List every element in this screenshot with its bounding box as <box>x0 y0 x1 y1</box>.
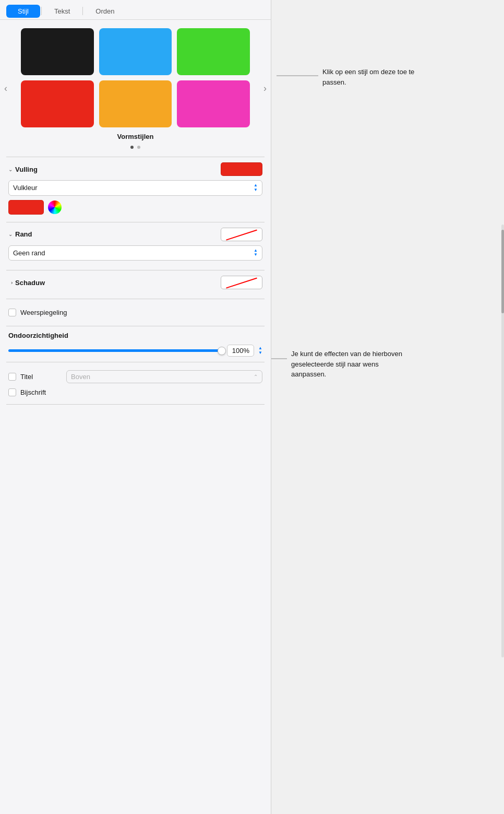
rand-header: ⌄ Rand <box>8 228 262 241</box>
vulling-color-row <box>8 200 262 215</box>
schaduw-section: ⌄ Schaduw <box>0 270 271 299</box>
opacity-slider-row: 100% ▲ ▼ <box>8 345 262 357</box>
tab-orden[interactable]: Orden <box>84 4 126 19</box>
rand-section: ⌄ Rand Geen rand ▲ ▼ <box>0 222 271 270</box>
vulling-select-row: Vulkleur ▲ ▼ <box>8 180 262 196</box>
opacity-section: Ondoorzichtigheid 100% ▲ ▼ <box>0 326 271 362</box>
next-style-button[interactable]: › <box>260 81 270 96</box>
schaduw-title: Schaduw <box>15 279 45 287</box>
weerspiegeling-label: Weerspiegeling <box>20 309 67 316</box>
weerspiegeling-section: Weerspiegeling <box>0 299 271 326</box>
rand-dropdown[interactable]: Geen rand ▲ ▼ <box>8 245 262 261</box>
bijschrift-checkbox[interactable] <box>8 388 16 396</box>
tab-tekst[interactable]: Tekst <box>43 4 81 19</box>
vulling-dropdown-label: Vulkleur <box>13 184 37 192</box>
style-swatch-black[interactable] <box>21 28 94 75</box>
title-caption-section: Titel Boven ⌃ Bijschrift <box>0 362 271 404</box>
rand-select-row: Geen rand ▲ ▼ <box>8 245 262 261</box>
annotations-panel: Klik op een stijl om deze toe te passen.… <box>271 0 504 814</box>
divider-7 <box>6 404 265 405</box>
vulling-color-swatch[interactable] <box>8 200 44 215</box>
top-annotation-text: Klik op een stijl om deze toe te passen. <box>322 67 427 87</box>
top-annotation: Klik op een stijl om deze toe te passen. <box>277 63 381 90</box>
opacity-steppers[interactable]: ▲ ▼ <box>258 346 262 356</box>
vulling-chevron-icon: ⌄ <box>8 167 13 172</box>
opacity-value-input[interactable]: 100% <box>227 345 254 357</box>
tab-bar: Stijl Tekst Orden <box>0 0 271 20</box>
title-label: Titel <box>20 373 62 381</box>
opacity-value-box: 100% ▲ ▼ <box>227 345 262 357</box>
rand-dropdown-label: Geen rand <box>13 249 45 257</box>
schaduw-chevron-icon: ⌄ <box>8 280 14 285</box>
title-checkbox[interactable] <box>8 373 16 381</box>
title-position-chevron: ⌃ <box>254 374 258 380</box>
vulling-header: ⌄ Vulling <box>8 162 262 176</box>
opacity-slider-track-container <box>8 349 222 352</box>
rand-title: Rand <box>15 230 32 238</box>
vulling-title: Vulling <box>15 166 38 173</box>
dot-2 <box>137 146 140 149</box>
bijschrift-label: Bijschrift <box>20 388 62 396</box>
style-swatch-orange[interactable] <box>99 80 172 127</box>
style-grid <box>21 28 250 127</box>
tab-stijl[interactable]: Stijl <box>6 5 40 18</box>
schaduw-color-preview[interactable] <box>221 276 262 289</box>
color-wheel-button[interactable] <box>48 200 62 214</box>
vulling-dropdown-arrows: ▲ ▼ <box>254 183 258 193</box>
rand-color-preview[interactable] <box>221 228 262 241</box>
dot-1 <box>130 146 134 149</box>
style-grid-label: Vormstijlen <box>6 133 265 140</box>
opacity-slider-thumb[interactable] <box>218 347 226 355</box>
rand-chevron-icon: ⌄ <box>8 231 13 237</box>
title-position-label: Boven <box>71 373 90 381</box>
rand-title-row: ⌄ Rand <box>8 230 32 238</box>
bottom-annotation-line-svg <box>271 356 292 361</box>
opacity-label: Ondoorzichtigheid <box>8 332 262 339</box>
opacity-slider-track[interactable] <box>8 349 222 352</box>
style-swatch-red[interactable] <box>21 80 94 127</box>
prev-style-button[interactable]: ‹ <box>1 81 10 96</box>
tab-divider-1 <box>41 7 42 15</box>
bottom-annotation-text: Je kunt de effecten van de hierboven ges… <box>291 349 406 380</box>
schaduw-header: ⌄ Schaduw <box>8 276 262 289</box>
schaduw-title-row: ⌄ Schaduw <box>8 279 45 287</box>
weerspiegeling-row: Weerspiegeling <box>8 304 262 321</box>
style-swatch-pink[interactable] <box>177 80 250 127</box>
vulling-dropdown[interactable]: Vulkleur ▲ ▼ <box>8 180 262 196</box>
bottom-annotation: Je kunt de effecten van de hierboven ges… <box>271 355 292 363</box>
rand-dropdown-arrows: ▲ ▼ <box>254 249 258 258</box>
vulling-color-preview[interactable] <box>221 162 262 176</box>
title-row: Titel Boven ⌃ <box>8 368 262 386</box>
style-page-dots <box>6 143 265 150</box>
vulling-section: ⌄ Vulling Vulkleur ▲ ▼ <box>0 157 271 222</box>
bijschrift-row: Bijschrift <box>8 386 262 399</box>
vulling-title-row: ⌄ Vulling <box>8 166 38 173</box>
tab-divider-2 <box>82 7 83 15</box>
style-swatch-green[interactable] <box>177 28 250 75</box>
title-position-select[interactable]: Boven ⌃ <box>66 370 262 383</box>
style-swatch-blue[interactable] <box>99 28 172 75</box>
style-swatches-section: ‹ › Vormstijlen <box>0 20 271 157</box>
weerspiegeling-checkbox[interactable] <box>8 309 16 316</box>
